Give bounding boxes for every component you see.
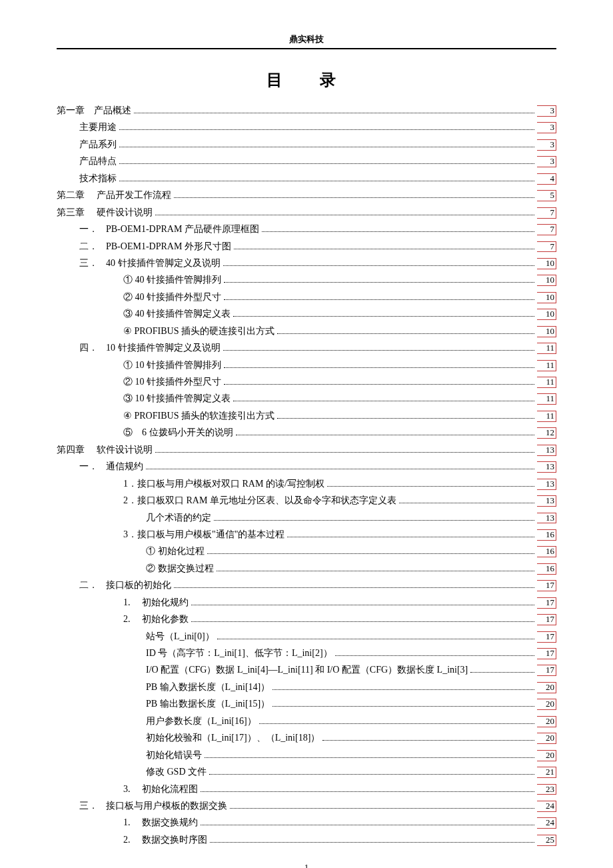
toc-leader-dots — [191, 621, 534, 622]
toc-entry[interactable]: 三．接口板与用户模板的数据交换24 — [57, 801, 556, 812]
toc-leader-dots — [155, 215, 535, 215]
toc-entry-label: 产品特点 — [79, 156, 117, 167]
toc-leader-dots — [224, 384, 534, 385]
toc-entry[interactable]: ④ PROFIBUS 插头的软连接引出方式11 — [57, 411, 556, 422]
toc-entry[interactable]: 站号（L_ini[0]）17 — [57, 631, 556, 643]
toc-entry[interactable]: ② 数据交换过程16 — [57, 563, 556, 575]
toc-entry[interactable]: 二．PB-OEM1-DPRAM 外形尺寸图7 — [57, 241, 556, 253]
toc-entry-label: 第一章 产品概述 — [57, 105, 131, 116]
toc-page-number: 11 — [537, 377, 556, 388]
toc-entry[interactable]: ③ 10 针接插件管脚定义表11 — [57, 393, 556, 405]
toc-leader-dots — [174, 587, 534, 588]
toc-page-number: 13 — [537, 513, 556, 524]
toc-entry[interactable]: ② 40 针接插件外型尺寸10 — [57, 292, 556, 303]
toc-page-number: 5 — [537, 190, 556, 201]
toc-entry-label: 1．接口板与用户模板对双口 RAM 的读/写控制权 — [123, 479, 324, 489]
toc-leader-dots — [470, 672, 534, 673]
toc-leader-dots — [146, 469, 534, 469]
toc-entry[interactable]: 几个术语的约定13 — [57, 513, 556, 524]
toc-entry[interactable]: ③ 40 针接插件管脚定义表10 — [57, 309, 556, 320]
toc-entry[interactable]: 技术指标4 — [57, 173, 556, 185]
toc-entry[interactable]: 3. 初始化流程图23 — [57, 784, 556, 795]
toc-page-number: 20 — [537, 750, 556, 761]
toc-entry[interactable]: 第一章 产品概述3 — [57, 105, 556, 117]
toc-entry[interactable]: 一．通信规约13 — [57, 461, 556, 473]
toc-entry[interactable]: 产品系列3 — [57, 139, 556, 151]
toc-leader-dots — [217, 571, 535, 571]
toc-entry[interactable]: 四．10 针接插件管脚定义及说明11 — [57, 343, 556, 354]
toc-entry[interactable]: ① 40 针接插件管脚排列10 — [57, 275, 556, 286]
toc-entry[interactable]: 用户参数长度（L_ini[16]）20 — [57, 716, 556, 727]
toc-entry[interactable]: 二．接口板的初始化17 — [57, 580, 556, 591]
toc-page-number: 13 — [537, 461, 556, 473]
toc-entry-label: 第四章 软件设计说明 — [57, 445, 153, 455]
toc-entry-label: ⑤ 6 位拨码小开关的说明 — [123, 427, 233, 438]
toc-leader-dots — [119, 181, 534, 181]
toc-entry[interactable]: 第二章 产品开发工作流程5 — [57, 190, 556, 201]
toc-leader-dots — [233, 316, 534, 317]
toc-entry[interactable]: PB 输入数据长度（L_ini[14]）20 — [57, 682, 556, 693]
toc-entry-label: 1. 初始化规约 — [123, 597, 189, 608]
toc-entry-label: 主要用途 — [79, 122, 117, 133]
toc-leader-dots — [233, 401, 534, 401]
toc-entry[interactable]: 2. 数据交换时序图25 — [57, 835, 556, 846]
toc-entry-label: 一．PB-OEM1-DPRAM 产品硬件原理框图 — [79, 224, 259, 235]
toc-entry[interactable]: ① 初始化过程16 — [57, 546, 556, 557]
toc-leader-dots — [119, 163, 534, 164]
toc-leader-dots — [134, 113, 534, 113]
toc-entry-label: 第二章 产品开发工作流程 — [57, 190, 171, 201]
toc-entry[interactable]: 初始化校验和（L_ini[17]）、（L_ini[18]）20 — [57, 733, 556, 744]
toc-leader-dots — [223, 265, 535, 266]
toc-page-number: 17 — [537, 648, 556, 659]
toc-entry-label: 四．10 针接插件管脚定义及说明 — [79, 343, 221, 353]
toc-entry[interactable]: 第四章 软件设计说明13 — [57, 445, 556, 456]
toc-entry[interactable]: 初始化错误号20 — [57, 750, 556, 761]
toc-entry[interactable]: 一．PB-OEM1-DPRAM 产品硬件原理框图7 — [57, 224, 556, 235]
toc-entry[interactable]: ② 10 针接插件外型尺寸11 — [57, 377, 556, 388]
toc-entry[interactable]: ④ PROFIBUS 插头的硬连接引出方式10 — [57, 326, 556, 337]
toc-entry-label: ④ PROFIBUS 插头的硬连接引出方式 — [123, 326, 275, 337]
toc-entry[interactable]: 1. 数据交换规约24 — [57, 817, 556, 829]
toc-entry[interactable]: I/O 配置（CFG）数据 L_ini[4]—L_ini[11] 和 I/O 配… — [57, 665, 556, 676]
toc-entry[interactable]: 主要用途3 — [57, 122, 556, 133]
toc-page-number: 3 — [537, 156, 556, 167]
toc-entry[interactable]: 1. 初始化规约17 — [57, 597, 556, 609]
toc-page-number: 12 — [537, 427, 556, 439]
toc-page-number: 20 — [537, 682, 556, 693]
toc-page-number: 11 — [537, 393, 556, 405]
toc-entry[interactable]: 第三章 硬件设计说明7 — [57, 207, 556, 219]
toc-page-number: 4 — [537, 173, 556, 185]
toc-page-number: 25 — [537, 835, 556, 846]
toc-page-number: 7 — [537, 224, 556, 235]
toc-entry-label: ID 号（高字节：L_ini[1]、低字节：L_ini[2]） — [146, 648, 332, 659]
toc-entry[interactable]: 产品特点3 — [57, 156, 556, 167]
toc-leader-dots — [277, 333, 534, 334]
toc-entry-label: ④ PROFIBUS 插头的软连接引出方式 — [123, 411, 275, 421]
toc-entry[interactable]: ⑤ 6 位拨码小开关的说明12 — [57, 427, 556, 439]
toc-page-number: 17 — [537, 614, 556, 625]
toc-entry[interactable]: 2．接口板双口 RAM 单元地址分区表、以及命令字和状态字定义表13 — [57, 495, 556, 507]
toc-page-number: 11 — [537, 343, 556, 354]
toc-leader-dots — [399, 503, 534, 503]
toc-entry[interactable]: PB 输出数据长度（L_ini[15]）20 — [57, 699, 556, 710]
toc-page-number: 7 — [537, 207, 556, 219]
toc-entry[interactable]: ID 号（高字节：L_ini[1]、低字节：L_ini[2]）17 — [57, 648, 556, 659]
toc-entry[interactable]: 3．接口板与用户模板"通信"的基本过程16 — [57, 529, 556, 541]
toc-leader-dots — [119, 147, 534, 147]
table-of-contents: 第一章 产品概述3主要用途3产品系列3产品特点3技术指标4第二章 产品开发工作流… — [57, 105, 556, 846]
toc-leader-dots — [262, 231, 534, 232]
toc-entry-label: ② 40 针接插件外型尺寸 — [123, 292, 221, 303]
toc-leader-dots — [207, 553, 535, 554]
toc-entry-label: 2. 初始化参数 — [123, 614, 189, 625]
toc-entry[interactable]: 修改 GSD 文件21 — [57, 767, 556, 778]
toc-entry[interactable]: 2. 初始化参数17 — [57, 614, 556, 625]
toc-entry[interactable]: ① 10 针接插件管脚排列11 — [57, 360, 556, 371]
toc-page-number: 3 — [537, 122, 556, 133]
toc-entry[interactable]: 三．40 针接插件管脚定义及说明10 — [57, 258, 556, 269]
toc-leader-dots — [191, 605, 534, 605]
toc-entry-label: ② 数据交换过程 — [146, 563, 214, 574]
toc-page-number: 23 — [537, 784, 556, 795]
toc-entry-label: 三．40 针接插件管脚定义及说明 — [79, 258, 221, 269]
toc-entry[interactable]: 1．接口板与用户模板对双口 RAM 的读/写控制权13 — [57, 479, 556, 490]
toc-page-number: 17 — [537, 580, 556, 591]
